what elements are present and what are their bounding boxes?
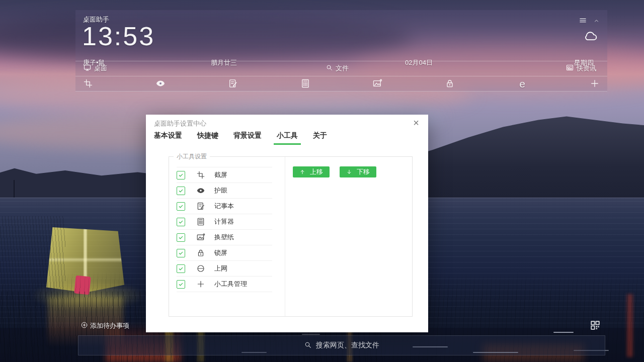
menu-icon[interactable] [579, 16, 587, 27]
widget-checkbox[interactable] [177, 202, 185, 211]
notepad-icon [196, 202, 205, 211]
reorder-buttons: 上移 下移 [293, 166, 376, 177]
desktop-tab-label: 桌面 [94, 64, 107, 73]
desktop-scene: 桌面助手 13:53 庚子•鼠 腊月廿三 02月04日 星期四 桌面 文件 快资… [0, 0, 644, 362]
plus-icon [196, 280, 205, 289]
widget-list: 截屏 护眼 记事本 计算器 [177, 167, 272, 292]
widget-settings-group: 小工具设置 截屏 护眼 记事本 [169, 156, 413, 317]
wallpaper-icon[interactable] [372, 78, 383, 89]
widget-label: 记事本 [214, 202, 234, 211]
lock-icon[interactable] [444, 78, 455, 89]
widget-row-screenshot[interactable]: 截屏 [177, 167, 272, 183]
wallpaper-reeds [0, 216, 65, 362]
group-divider [285, 157, 285, 316]
arrow-down-icon [346, 169, 352, 175]
crop-icon [196, 170, 205, 179]
widget-row-lockscreen[interactable]: 锁屏 [177, 245, 272, 261]
search-icon [304, 341, 312, 350]
file-search-placeholder: 文件 [336, 64, 349, 73]
clock-time: 13:53 [82, 22, 155, 51]
wallpaper-tower [14, 180, 15, 199]
widget-label: 截屏 [214, 170, 227, 179]
desktop-widget-panel: 桌面助手 13:53 庚子•鼠 腊月廿三 02月04日 星期四 桌面 文件 快资… [75, 10, 607, 92]
quick-news-label: 快资讯 [577, 64, 596, 73]
widget-row-eyecare[interactable]: 护眼 [177, 183, 272, 199]
widget-settings-legend: 小工具设置 [174, 152, 210, 161]
wallpaper-icon [196, 233, 205, 242]
widget-label: 上网 [214, 264, 227, 273]
calculator-icon[interactable] [300, 78, 311, 89]
widget-label: 锁屏 [214, 248, 227, 257]
search-icon [326, 64, 333, 73]
move-up-label: 上移 [310, 167, 323, 176]
desktop-tab[interactable]: 桌面 [83, 61, 107, 76]
widget-label: 计算器 [214, 217, 234, 226]
notepad-icon[interactable] [227, 78, 238, 89]
file-search-field[interactable]: 文件 [326, 61, 349, 76]
tab-basic-settings[interactable]: 基本设置 [154, 131, 182, 145]
widget-checkbox[interactable] [177, 171, 185, 179]
tab-widgets[interactable]: 小工具 [277, 131, 298, 145]
desktop-search-bar[interactable]: 搜索网页、查找文件 [78, 335, 605, 355]
widget-checkbox[interactable] [177, 218, 185, 226]
settings-tabs: 基本设置 快捷键 背景设置 小工具 关于 [154, 131, 327, 145]
widget-row-notepad[interactable]: 记事本 [177, 199, 272, 214]
add-todo-button[interactable]: 添加待办事项 [80, 321, 129, 330]
qr-code-icon[interactable] [590, 320, 601, 333]
widget-row-calculator[interactable]: 计算器 [177, 214, 272, 230]
calculator-icon [196, 217, 205, 226]
dialog-title: 桌面助手设置中心 [154, 119, 206, 128]
plus-icon[interactable] [589, 78, 600, 89]
globe-icon [196, 264, 205, 273]
widget-row-wallpaper[interactable]: 换壁纸 [177, 230, 272, 245]
widget-label: 护眼 [214, 186, 227, 195]
circle-plus-icon [80, 321, 88, 330]
widget-label: 小工具管理 [214, 280, 247, 289]
lock-icon [196, 248, 205, 257]
news-icon [566, 63, 574, 73]
tab-shortcuts[interactable]: 快捷键 [197, 131, 218, 145]
add-todo-label: 添加待办事项 [90, 321, 129, 330]
widget-checkbox[interactable] [177, 264, 185, 273]
monitor-icon [83, 63, 92, 73]
quick-launch-row: e [75, 76, 607, 91]
arrow-up-icon [299, 169, 305, 175]
settings-dialog: 桌面助手设置中心 × 基本设置 快捷键 背景设置 小工具 关于 小工具设置 截屏 [146, 115, 428, 332]
tab-about[interactable]: 关于 [313, 131, 327, 145]
move-down-label: 下移 [357, 167, 370, 176]
widget-checkbox[interactable] [177, 280, 185, 289]
crop-icon[interactable] [83, 78, 94, 89]
close-icon[interactable]: × [410, 117, 422, 129]
quick-news-button[interactable]: 快资讯 [566, 61, 596, 76]
browser-icon[interactable]: e [517, 78, 528, 89]
wallpaper-light-streak [553, 332, 574, 333]
weather-cloud-icon[interactable] [582, 28, 600, 45]
tab-background-settings[interactable]: 背景设置 [233, 131, 262, 145]
move-up-button[interactable]: 上移 [293, 166, 330, 177]
widget-row-internet[interactable]: 上网 [177, 261, 272, 277]
collapse-panel-icon[interactable] [593, 17, 600, 26]
eye-icon [196, 186, 205, 195]
widget-label: 换壁纸 [214, 233, 234, 242]
widget-checkbox[interactable] [177, 187, 185, 195]
widget-checkbox[interactable] [177, 249, 185, 257]
wallpaper-light-streak [302, 334, 320, 335]
widget-row-manage[interactable]: 小工具管理 [177, 277, 272, 292]
eye-icon[interactable] [155, 78, 166, 89]
widget-checkbox[interactable] [177, 233, 185, 242]
search-bar-placeholder: 搜索网页、查找文件 [316, 341, 379, 350]
move-down-button[interactable]: 下移 [340, 166, 376, 177]
